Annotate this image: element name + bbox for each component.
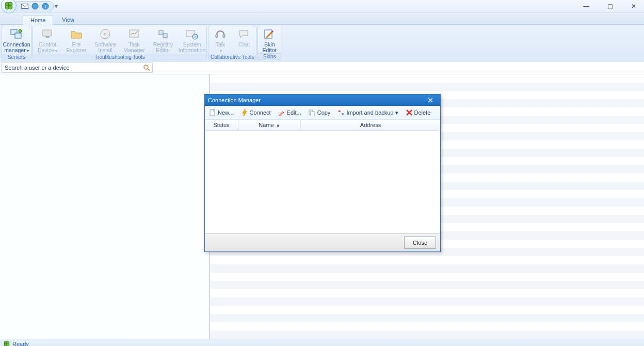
control-device-button[interactable]: Control Device▾ [33,26,62,54]
sort-ascending-icon: ▲ [276,123,280,128]
talk-label: Talk▾ [216,42,226,54]
svg-rect-9 [15,33,21,38]
registry-editor-button[interactable]: Registry Editor [149,26,178,53]
chat-icon [237,27,251,41]
qat-mail-icon[interactable] [21,3,28,10]
skin-editor-icon [262,27,277,41]
import-export-icon [337,109,345,116]
status-text: Ready [12,341,29,346]
list-header: Status Name ▲ Address [205,120,440,131]
svg-point-5 [32,3,38,9]
maximize-button[interactable]: ▢ [603,1,617,11]
search-box [1,62,153,73]
task-manager-button[interactable]: Task Manager [120,26,149,53]
ribbon-group-servers-label: Servers [2,54,31,60]
copy-button[interactable]: Copy [307,108,333,117]
window-controls: — ▢ ✕ [579,1,644,11]
connection-list[interactable]: Status Name ▲ Address [205,120,440,233]
ribbon-group-collaborative-label: Collaborative Tools [208,54,256,60]
talk-button[interactable]: Talk▾ [208,26,232,54]
search-input[interactable] [4,64,143,71]
svg-rect-32 [210,109,215,116]
registry-icon [156,27,170,41]
skin-editor-button[interactable]: Skin Editor [258,26,281,53]
connection-manager-button[interactable]: Connection manager▾ [2,26,31,54]
ribbon-group-troubleshooting: Control Device▾ File Explorer Software I… [33,26,207,60]
app-titlebar: i ▾ — ▢ ✕ [0,0,644,13]
svg-rect-11 [42,30,52,36]
software-install-button[interactable]: Software Install [91,26,120,53]
dialog-toolbar: New... Connect Edit... Copy Import and b… [205,106,440,120]
svg-rect-12 [46,36,49,38]
svg-point-3 [8,5,12,9]
skin-editor-label: Skin Editor [263,42,277,53]
system-information-button[interactable]: i System Information [178,26,206,53]
ribbon-group-skins-label: Skins [258,53,281,60]
connection-manager-icon [9,27,24,41]
dialog-titlebar[interactable]: Connection Manager [205,95,440,106]
chat-button[interactable]: Chat [232,26,256,48]
svg-point-10 [19,29,22,33]
connection-manager-dialog: Connection Manager New... Connect Edit..… [204,94,441,252]
task-manager-icon [127,27,141,41]
file-explorer-button[interactable]: File Explorer [62,26,91,53]
file-explorer-label: File Explorer [66,42,86,53]
chat-label: Chat [238,42,250,48]
control-device-label: Control Device▾ [38,42,57,54]
control-device-icon [40,27,55,41]
dialog-footer: Close [205,233,440,251]
tab-view[interactable]: View [54,14,82,24]
ribbon: Connection manager▾ Servers Control Devi… [0,25,644,61]
status-icon [3,340,10,346]
edit-button[interactable]: Edit... [276,108,303,117]
svg-line-25 [148,69,150,71]
dialog-title: Connection Manager [208,97,261,103]
system-info-icon: i [185,27,199,41]
copy-icon [309,109,316,116]
minimize-button[interactable]: — [579,1,593,11]
column-address[interactable]: Address [301,120,440,130]
svg-rect-21 [216,34,218,38]
search-icon[interactable] [143,64,150,71]
document-new-icon [209,109,216,116]
ribbon-group-skins: Skin Editor Skins [257,26,281,60]
import-backup-button[interactable]: Import and backup ▾ [335,108,400,117]
delete-button[interactable]: Delete [404,108,433,117]
task-manager-label: Task Manager [123,42,144,53]
connect-button[interactable]: Connect [239,108,273,117]
system-information-label: System Information [179,42,206,53]
disc-icon [98,27,112,41]
svg-rect-17 [163,34,167,38]
lightning-icon [241,109,248,116]
column-status[interactable]: Status [205,120,238,130]
qat-info-icon[interactable]: i [42,3,49,10]
close-window-button[interactable]: ✕ [626,1,641,11]
ribbon-group-troubleshooting-label: Troubleshooting Tools [33,54,206,60]
svg-rect-22 [223,34,225,38]
pencil-icon [278,109,285,116]
ribbon-group-servers: Connection manager▾ Servers [2,26,31,60]
app-menu-button[interactable] [1,0,17,13]
svg-point-29 [6,343,9,346]
svg-point-14 [104,33,106,35]
new-button[interactable]: New... [207,108,236,117]
ribbon-tab-strip: Home View [0,13,644,25]
close-button[interactable]: Close [404,237,436,249]
svg-rect-16 [159,30,163,35]
registry-editor-label: Registry Editor [153,42,173,53]
folder-icon [69,27,84,41]
dropdown-caret-icon: ▾ [395,109,398,116]
quick-access-toolbar: i [13,1,54,11]
qat-globe-icon[interactable] [31,3,39,10]
tab-home[interactable]: Home [23,15,53,25]
qat-customize-dropdown[interactable]: ▾ [54,2,59,11]
left-panel [0,74,210,339]
search-strip [0,61,644,74]
svg-rect-34 [311,112,314,116]
connection-manager-label: Connection manager▾ [3,42,30,54]
column-name[interactable]: Name ▲ [238,120,301,130]
svg-text:i: i [195,35,196,39]
status-bar: Ready [0,339,644,346]
dialog-close-icon[interactable] [424,96,437,105]
headset-icon [213,27,228,41]
